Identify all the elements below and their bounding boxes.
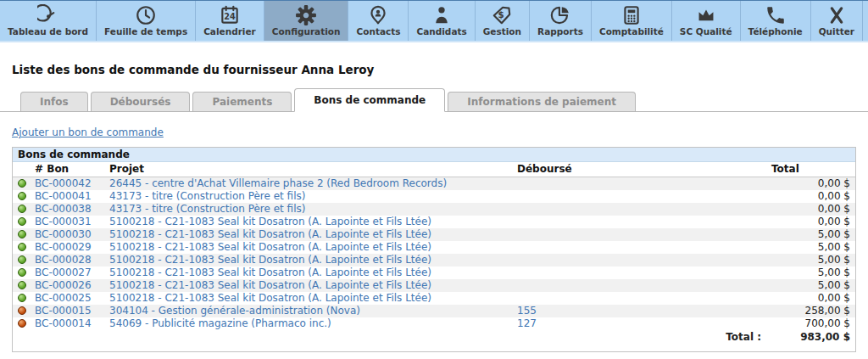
order-row: BC-00004143173 - titre (Construction Pèr…: [13, 190, 855, 203]
toolbar-item-calendrier[interactable]: 24Calendrier: [196, 1, 264, 41]
toolbar-item-tableau-de-bord[interactable]: Tableau de bord: [0, 1, 97, 41]
debourse-column-header: Déboursé: [512, 162, 766, 177]
project-link[interactable]: 5100218 - C21-1083 Seal kit Dosatron (A.…: [109, 279, 431, 291]
order-number-link[interactable]: BC-000026: [35, 279, 92, 291]
price-tag-icon: $: [491, 4, 513, 26]
order-number-link[interactable]: BC-000015: [35, 305, 92, 317]
order-number-link[interactable]: BC-000029: [35, 241, 92, 253]
order-total-value: 0,00 $: [766, 177, 855, 191]
project-link[interactable]: 26445 - centre d'Achat Villemaire phase …: [109, 177, 447, 189]
order-total-value: 0,00 $: [766, 203, 855, 216]
toolbar-item-label: Feuille de temps: [104, 26, 187, 36]
order-row: BC-0000275100218 - C21-1083 Seal kit Dos…: [13, 266, 855, 279]
toolbar-item-configuration[interactable]: Configuration: [264, 1, 349, 41]
total-column-header: Total: [766, 162, 855, 177]
status-dot-green: [18, 281, 26, 289]
project-link[interactable]: 43173 - titre (Construction Père et fils…: [109, 203, 305, 215]
add-order-link[interactable]: Ajouter un bon de commande: [12, 126, 164, 138]
debourse-link[interactable]: 127: [517, 317, 537, 329]
order-number-link[interactable]: BC-000028: [35, 254, 92, 266]
order-row: BC-0000265100218 - C21-1083 Seal kit Dos…: [13, 279, 855, 292]
toolbar-item-quitter[interactable]: Quitter: [811, 1, 863, 41]
project-link[interactable]: 5100218 - C21-1083 Seal kit Dosatron (A.…: [109, 266, 431, 278]
order-number-link[interactable]: BC-000027: [35, 266, 92, 278]
toolbar-item-label: Contacts: [356, 26, 400, 36]
main-toolbar: Tableau de bordFeuille de temps24Calendr…: [0, 0, 868, 42]
tab-paiements[interactable]: Paiements: [192, 92, 292, 111]
order-total-value: 5,00 $: [766, 279, 855, 292]
tab-debourses[interactable]: Déboursés: [91, 92, 191, 111]
projet-column-header: Projet: [104, 162, 512, 177]
person-icon: [431, 4, 453, 26]
add-link-row: Ajouter un bon de commande: [12, 123, 856, 139]
order-number-link[interactable]: BC-000042: [35, 177, 92, 189]
bon-column-header: # Bon: [30, 162, 104, 177]
toolbar-item-sc-qualite[interactable]: SC Qualité: [672, 1, 741, 41]
project-link[interactable]: 5100218 - C21-1083 Seal kit Dosatron (A.…: [109, 241, 431, 253]
status-dot-green: [18, 294, 26, 302]
debourse-link[interactable]: 155: [517, 305, 537, 317]
pin-person-icon: [367, 4, 389, 26]
order-row: BC-0000285100218 - C21-1083 Seal kit Dos…: [13, 254, 855, 266]
order-total-value: 0,00 $: [766, 190, 855, 203]
toolbar-item-feuille-de-temps[interactable]: Feuille de temps: [97, 1, 196, 41]
status-dot-green: [18, 192, 26, 200]
clock-icon: [135, 4, 157, 26]
tab-infos[interactable]: Infos: [20, 92, 88, 111]
gear-icon: [295, 4, 317, 26]
order-row: BC-0000315100218 - C21-1083 Seal kit Dos…: [13, 216, 855, 228]
project-link[interactable]: 54069 - Publicité magazine (Pharmaco inc…: [109, 317, 331, 329]
order-total-value: 5,00 $: [766, 228, 855, 241]
status-dot-red: [18, 306, 26, 315]
order-total-value: 5,00 $: [766, 241, 855, 254]
order-row: BC-0000255100218 - C21-1083 Seal kit Dos…: [13, 292, 855, 305]
svg-text:$: $: [498, 9, 504, 20]
page-title: Liste des bons de commande du fournisseu…: [12, 63, 856, 76]
toolbar-item-label: Candidats: [416, 26, 466, 36]
project-link[interactable]: 5100218 - C21-1083 Seal kit Dosatron (A.…: [109, 228, 431, 240]
toolbar-item-gestion[interactable]: $Gestion: [476, 1, 530, 41]
total-value: 983,00 $: [766, 330, 855, 344]
order-row: BC-00003843173 - titre (Construction Pèr…: [13, 203, 855, 216]
order-total-value: 5,00 $: [766, 254, 855, 266]
toolbar-item-rapports[interactable]: Rapports: [530, 1, 592, 41]
toolbar-item-label: Téléphonie: [748, 26, 803, 36]
calculator-icon: [620, 4, 643, 26]
order-number-link[interactable]: BC-000025: [35, 292, 92, 304]
tab-bar: InfosDéboursésPaiementsBons de commandeI…: [0, 87, 868, 112]
order-number-link[interactable]: BC-000014: [35, 317, 92, 329]
toolbar-item-comptabilite[interactable]: Comptabilité: [592, 1, 672, 41]
order-number-link[interactable]: BC-000030: [35, 228, 92, 240]
order-total-value: 0,00 $: [766, 292, 855, 305]
toolbar-item-label: Gestion: [483, 26, 521, 36]
toolbar-item-label: Configuration: [272, 26, 341, 36]
table-bottom-spacer: [13, 344, 855, 351]
toolbar-item-telephonie[interactable]: Téléphonie: [741, 1, 811, 41]
toolbar-item-label: Comptabilité: [599, 26, 664, 36]
order-row: BC-00004226445 - centre d'Achat Villemai…: [13, 177, 855, 191]
gauge-icon: [37, 4, 59, 26]
order-total-value: 0,00 $: [766, 216, 855, 228]
order-number-link[interactable]: BC-000031: [35, 216, 92, 227]
toolbar-item-candidats[interactable]: Candidats: [409, 1, 475, 41]
phone-icon: [765, 4, 787, 26]
status-dot-green: [18, 179, 26, 188]
calendar-icon: 24: [219, 4, 241, 26]
tab-bons-de-commande[interactable]: Bons de commande: [294, 88, 445, 112]
project-link[interactable]: 304104 - Gestion générale-administration…: [109, 305, 360, 317]
crown-icon: [695, 4, 717, 26]
tab-informations-de-paiement[interactable]: Informations de paiement: [448, 92, 636, 111]
order-number-link[interactable]: BC-000041: [35, 190, 92, 202]
orders-header-row: # Bon Projet Déboursé Total: [13, 162, 855, 177]
order-total-value: 5,00 $: [766, 266, 855, 279]
project-link[interactable]: 5100218 - C21-1083 Seal kit Dosatron (A.…: [109, 254, 431, 266]
toolbar-item-contacts[interactable]: Contacts: [348, 1, 409, 41]
status-column-header: [13, 162, 30, 177]
project-link[interactable]: 43173 - titre (Construction Père et fils…: [109, 190, 305, 202]
order-number-link[interactable]: BC-000038: [35, 203, 92, 215]
status-dot-red: [18, 319, 26, 328]
project-link[interactable]: 5100218 - C21-1083 Seal kit Dosatron (A.…: [109, 292, 431, 304]
pie-chart-icon: [549, 4, 571, 26]
project-link[interactable]: 5100218 - C21-1083 Seal kit Dosatron (A.…: [109, 216, 431, 227]
toolbar-item-label: SC Qualité: [680, 26, 732, 36]
